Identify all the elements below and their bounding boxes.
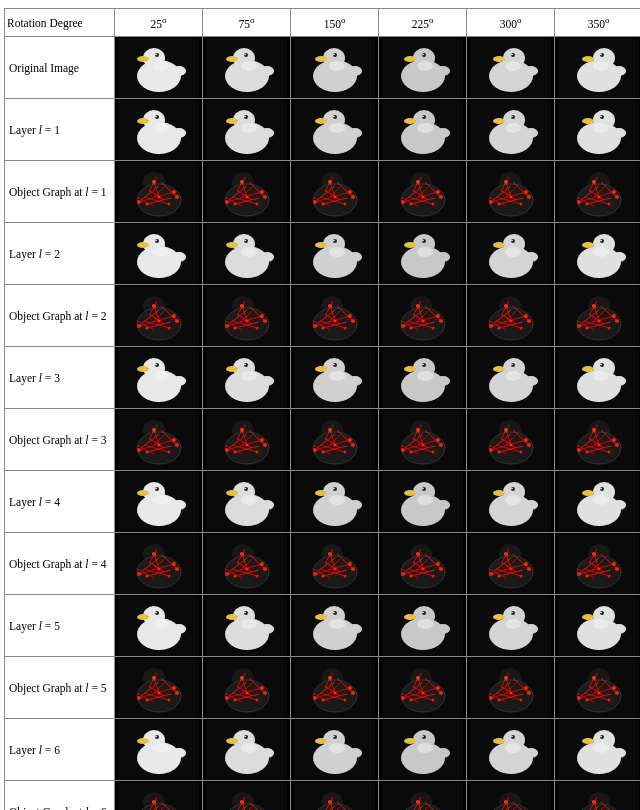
svg-point-47 bbox=[612, 66, 626, 76]
svg-point-522 bbox=[416, 428, 420, 432]
svg-point-741 bbox=[585, 574, 588, 577]
svg-point-154 bbox=[333, 195, 336, 198]
svg-point-115 bbox=[175, 195, 179, 199]
svg-point-423 bbox=[404, 366, 416, 372]
svg-point-941 bbox=[348, 748, 362, 758]
svg-point-957 bbox=[524, 748, 538, 758]
svg-point-431 bbox=[493, 366, 505, 372]
svg-point-782 bbox=[505, 619, 521, 629]
svg-point-567 bbox=[585, 450, 588, 453]
svg-point-257 bbox=[493, 242, 505, 248]
img-cell-r6-c2 bbox=[291, 409, 379, 471]
svg-point-289 bbox=[175, 319, 179, 323]
svg-point-599 bbox=[422, 487, 424, 489]
svg-point-857 bbox=[410, 668, 432, 688]
svg-point-953 bbox=[493, 738, 505, 744]
img-cell-r1-c2 bbox=[291, 99, 379, 161]
svg-point-874 bbox=[439, 691, 443, 695]
img-cell-r12-c5 bbox=[555, 781, 641, 811]
results-table: Rotation Degree 25o 75o 150o 225o 300o 3… bbox=[4, 8, 640, 810]
svg-point-67 bbox=[315, 118, 327, 124]
svg-point-174 bbox=[416, 180, 420, 184]
svg-point-161 bbox=[410, 172, 432, 192]
svg-point-3 bbox=[137, 56, 149, 62]
svg-point-697 bbox=[421, 567, 424, 570]
svg-point-607 bbox=[511, 487, 513, 489]
svg-point-13 bbox=[244, 53, 246, 55]
svg-point-718 bbox=[509, 567, 512, 570]
svg-point-955 bbox=[511, 735, 513, 737]
svg-point-261 bbox=[524, 252, 538, 262]
img-cell-r1-c0 bbox=[115, 99, 203, 161]
table-row: Object Graph at l = 6 bbox=[5, 781, 641, 811]
svg-point-576 bbox=[153, 495, 169, 505]
svg-point-350 bbox=[431, 326, 434, 329]
svg-point-963 bbox=[600, 735, 602, 737]
svg-point-178 bbox=[439, 195, 443, 199]
img-cell-r10-c4 bbox=[467, 657, 555, 719]
svg-point-308 bbox=[255, 326, 258, 329]
svg-point-700 bbox=[439, 567, 443, 571]
svg-point-30 bbox=[417, 61, 433, 71]
img-cell-r2-c0 bbox=[115, 161, 203, 223]
svg-point-911 bbox=[612, 686, 616, 690]
svg-point-409 bbox=[244, 363, 246, 365]
svg-point-418 bbox=[329, 371, 345, 381]
svg-point-329 bbox=[343, 326, 346, 329]
svg-point-216 bbox=[592, 180, 596, 184]
svg-point-133 bbox=[245, 195, 248, 198]
svg-point-132 bbox=[240, 180, 244, 184]
img-cell-r7-c0 bbox=[115, 471, 203, 533]
img-cell-r1-c4 bbox=[467, 99, 555, 161]
svg-point-872 bbox=[431, 698, 434, 701]
svg-point-419 bbox=[348, 376, 362, 386]
svg-point-774 bbox=[417, 619, 433, 629]
svg-point-203 bbox=[588, 172, 610, 192]
svg-point-961 bbox=[582, 738, 594, 744]
svg-point-584 bbox=[241, 495, 257, 505]
svg-point-915 bbox=[585, 698, 588, 701]
svg-point-563 bbox=[612, 438, 616, 442]
row-label-5: Layer l = 3 bbox=[5, 347, 115, 409]
svg-point-111 bbox=[152, 180, 156, 184]
svg-point-547 bbox=[527, 443, 531, 447]
svg-point-45 bbox=[600, 53, 602, 55]
svg-point-245 bbox=[348, 252, 362, 262]
table-row: Object Graph at l = 1 bbox=[5, 161, 641, 223]
img-cell-r8-c2 bbox=[291, 533, 379, 595]
svg-point-592 bbox=[329, 495, 345, 505]
svg-point-591 bbox=[333, 487, 335, 489]
svg-point-597 bbox=[404, 490, 416, 496]
svg-point-326 bbox=[348, 314, 352, 318]
row-label-9: Layer l = 5 bbox=[5, 595, 115, 657]
svg-point-22 bbox=[329, 61, 345, 71]
svg-point-79 bbox=[436, 128, 450, 138]
svg-point-809 bbox=[167, 698, 170, 701]
svg-point-310 bbox=[263, 319, 267, 323]
svg-point-259 bbox=[511, 239, 513, 241]
svg-point-504 bbox=[321, 450, 324, 453]
svg-point-195 bbox=[504, 180, 508, 184]
svg-point-27 bbox=[404, 56, 416, 62]
img-cell-r0-c1 bbox=[203, 37, 291, 99]
svg-point-575 bbox=[155, 487, 157, 489]
row-label-8: Object Graph at l = 4 bbox=[5, 533, 115, 595]
svg-point-410 bbox=[241, 371, 257, 381]
svg-point-581 bbox=[226, 490, 238, 496]
svg-point-249 bbox=[404, 242, 416, 248]
table-row: Original Image bbox=[5, 37, 641, 99]
svg-point-21 bbox=[333, 53, 335, 55]
img-cell-r5-c2 bbox=[291, 347, 379, 409]
svg-point-965 bbox=[612, 748, 626, 758]
svg-point-173 bbox=[436, 190, 440, 194]
svg-point-243 bbox=[333, 239, 335, 241]
svg-point-463 bbox=[175, 443, 179, 447]
svg-point-93 bbox=[600, 115, 602, 117]
svg-point-253 bbox=[436, 252, 450, 262]
img-cell-r2-c4 bbox=[467, 161, 555, 223]
svg-point-568 bbox=[615, 443, 619, 447]
svg-point-871 bbox=[421, 691, 424, 694]
svg-point-399 bbox=[137, 366, 149, 372]
img-cell-r10-c0 bbox=[115, 657, 203, 719]
svg-point-695 bbox=[436, 562, 440, 566]
